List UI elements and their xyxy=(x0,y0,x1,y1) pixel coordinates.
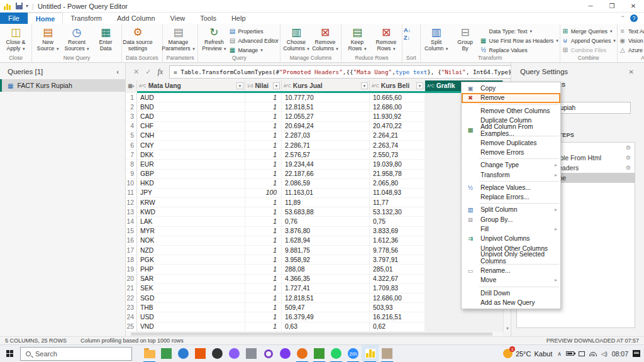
data-cell[interactable]: 1.628,94 xyxy=(282,236,370,246)
menu-item-add-as-new-query[interactable]: Add as New Query xyxy=(462,298,560,307)
ribbon-text-analytics-button[interactable]: ≡Text Analytics xyxy=(619,27,644,35)
tab-transform[interactable]: Transform xyxy=(63,13,109,24)
row-number-cell[interactable]: 2 xyxy=(126,102,137,112)
data-cell[interactable]: JPY xyxy=(137,189,245,198)
data-cell[interactable]: 20.694,24 xyxy=(282,122,370,131)
data-cell[interactable]: 12.818,51 xyxy=(282,102,370,112)
data-cell[interactable]: 100 xyxy=(245,189,282,198)
row-number-cell[interactable]: 24 xyxy=(126,312,137,322)
row-number-cell[interactable]: 11 xyxy=(126,189,137,198)
quick-access-dropdown-icon[interactable]: ▾ xyxy=(26,3,28,9)
ribbon-data-source-settings-button[interactable]: ⚙Data sourcesettings xyxy=(123,25,152,52)
data-cell[interactable]: 1 xyxy=(245,265,282,274)
menu-item-change-type[interactable]: Change Type▸ xyxy=(462,160,560,170)
data-cell[interactable]: 1 xyxy=(245,246,282,255)
data-cell[interactable]: 1 xyxy=(245,131,282,141)
save-icon[interactable] xyxy=(16,3,23,9)
column-header-nilai[interactable]: 1²3Nilai▼ xyxy=(245,80,282,91)
row-number-cell[interactable]: 19 xyxy=(126,265,137,274)
data-cell[interactable]: 2.086,59 xyxy=(282,179,370,189)
data-cell[interactable]: SAR xyxy=(137,275,245,284)
ribbon-properties-button[interactable]: ▤Properties xyxy=(228,27,279,35)
data-cell[interactable]: CAD xyxy=(137,112,245,121)
data-cell[interactable]: 3.797,91 xyxy=(370,255,425,265)
taskbar-whatsapp-icon[interactable] xyxy=(328,345,345,362)
row-number-cell[interactable]: 22 xyxy=(126,293,137,303)
taskbar-opera-browser-icon[interactable] xyxy=(260,345,277,362)
horizontal-scrollbar[interactable] xyxy=(126,332,503,336)
row-number-cell[interactable]: 7 xyxy=(126,150,137,160)
cancel-formula-icon[interactable]: ✕ xyxy=(133,68,139,76)
data-cell[interactable]: 2.263,74 xyxy=(370,141,425,150)
row-number-cell[interactable]: 21 xyxy=(126,284,137,293)
data-cell[interactable]: 0,76 xyxy=(282,217,370,226)
menu-item-unpivot-only-selected-columns[interactable]: Unpivot Only Selected Columns xyxy=(462,253,560,263)
data-cell[interactable]: 2.065,80 xyxy=(370,179,425,189)
data-cell[interactable]: 53.683,88 xyxy=(282,207,370,217)
data-cell[interactable]: SEK xyxy=(137,284,245,293)
tab-help[interactable]: Help xyxy=(224,13,253,24)
data-cell[interactable]: 1 xyxy=(245,112,282,121)
formula-input[interactable]: = Table.TransformColumnTypes(#"Promoted … xyxy=(169,65,514,79)
taskbar-file-explorer-icon[interactable] xyxy=(141,345,158,362)
row-number-cell[interactable]: 3 xyxy=(126,112,137,121)
sort-z-button[interactable]: Z↓ xyxy=(404,35,411,41)
data-cell[interactable]: 3.833,69 xyxy=(370,227,425,236)
close-settings-icon[interactable]: ✕ xyxy=(629,69,634,75)
row-number-cell[interactable]: 16 xyxy=(126,236,137,246)
data-cell[interactable]: 22.187,66 xyxy=(282,170,370,179)
data-cell[interactable]: 1 xyxy=(245,293,282,303)
commit-formula-icon[interactable]: ✓ xyxy=(145,68,151,76)
ribbon-split-column-button[interactable]: ▥SplitColumn ▾ xyxy=(422,25,451,52)
data-cell[interactable]: 1.727,41 xyxy=(282,284,370,293)
volume-icon[interactable]: ◁) xyxy=(601,351,608,357)
data-cell[interactable]: 0,75 xyxy=(370,217,425,226)
ribbon-manage-button[interactable]: ▦Manage▾ xyxy=(228,46,279,54)
data-cell[interactable]: 2.550,73 xyxy=(370,150,425,160)
action-center-icon[interactable] xyxy=(633,350,640,357)
taskbar-remote-desktop-icon[interactable] xyxy=(158,345,175,362)
column-header-kurs-beli[interactable]: A⁸CKurs Beli▼ xyxy=(370,80,425,91)
tab-home[interactable]: Home xyxy=(28,13,64,24)
menu-item-drill-down[interactable]: Drill Down xyxy=(462,288,560,298)
taskbar-camera-app-icon[interactable] xyxy=(209,345,226,362)
data-cell[interactable]: 1 xyxy=(245,255,282,265)
data-cell[interactable]: KWD xyxy=(137,207,245,217)
menu-item-group-by[interactable]: ⊟Group By... xyxy=(462,215,560,224)
data-cell[interactable]: 4.322,67 xyxy=(370,275,425,284)
data-cell[interactable]: 11.163,01 xyxy=(282,189,370,198)
menu-item-unpivot-columns[interactable]: ⇉Unpivot Columns xyxy=(462,234,560,243)
menu-item-transform[interactable]: Transform▸ xyxy=(462,170,560,179)
data-cell[interactable]: 1 xyxy=(245,303,282,312)
taskbar-visual-studio-icon[interactable] xyxy=(277,345,294,362)
data-cell[interactable]: 1 xyxy=(245,227,282,236)
ribbon-replace-values-button[interactable]: ½Replace Values xyxy=(480,46,558,54)
data-cell[interactable]: SGD xyxy=(137,293,245,303)
weather-widget[interactable]: 3 25°C Kabut xyxy=(503,349,552,358)
tray-expand-icon[interactable]: ∧ xyxy=(557,351,562,357)
data-cell[interactable]: LAK xyxy=(137,217,245,226)
data-cell[interactable]: 53.132,30 xyxy=(370,207,425,217)
data-cell[interactable]: KRW xyxy=(137,198,245,207)
menu-item-move[interactable]: Move▸ xyxy=(462,275,560,285)
data-cell[interactable]: 16.379,49 xyxy=(282,312,370,322)
filter-dropdown-icon[interactable]: ▼ xyxy=(236,82,243,89)
data-cell[interactable]: 285,01 xyxy=(370,265,425,274)
data-cell[interactable]: DKK xyxy=(137,150,245,160)
row-number-cell[interactable]: 10 xyxy=(126,179,137,189)
ribbon-manage-parameters-button[interactable]: ▤ManageParameters ▾ xyxy=(164,25,193,52)
row-number-cell[interactable]: 18 xyxy=(126,255,137,265)
data-cell[interactable]: USD xyxy=(137,312,245,322)
row-number-cell[interactable]: 17 xyxy=(126,246,137,255)
row-number-cell[interactable]: 23 xyxy=(126,303,137,312)
data-cell[interactable]: VND xyxy=(137,322,245,332)
data-cell[interactable]: 16.216,51 xyxy=(370,312,425,322)
data-cell[interactable]: BND xyxy=(137,102,245,112)
row-number-cell[interactable]: 8 xyxy=(126,160,137,169)
query-item-fact-kurs-rupiah[interactable]: ▦FACT Kurs Rupiah xyxy=(0,79,125,92)
data-cell[interactable]: GBP xyxy=(137,170,245,179)
data-cell[interactable]: NZD xyxy=(137,246,245,255)
taskbar-brush-app-icon[interactable] xyxy=(379,345,396,362)
data-cell[interactable]: 1 xyxy=(245,284,282,293)
menu-item-replace-values[interactable]: ½Replace Values... xyxy=(462,183,560,192)
